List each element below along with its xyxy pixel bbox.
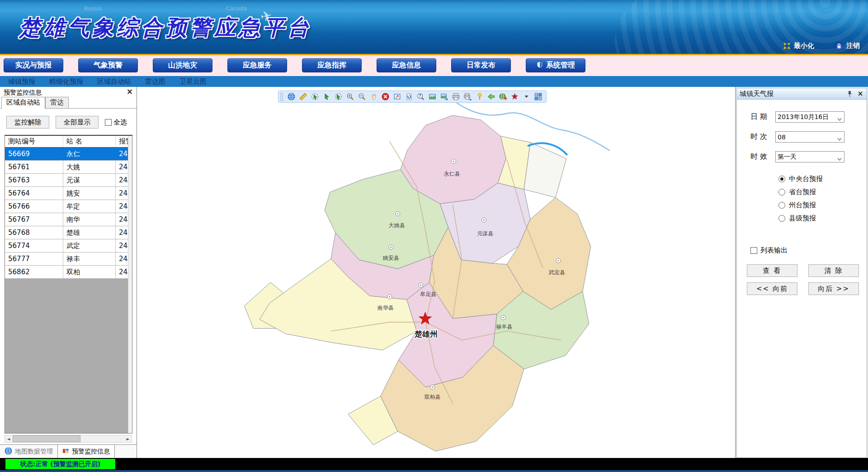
view-button[interactable]: 查 看 bbox=[747, 264, 797, 277]
radio-option-2[interactable]: 省台预报 bbox=[778, 186, 867, 199]
table-col-header: 测站编号 bbox=[5, 136, 63, 147]
close-icon[interactable]: × bbox=[857, 90, 864, 97]
extent-window-icon[interactable] bbox=[393, 93, 401, 101]
measure-ruler-icon[interactable] bbox=[299, 93, 307, 101]
nav-tab-4[interactable]: 应急服务 bbox=[227, 58, 287, 72]
subnav-item-2[interactable]: 精细化预报 bbox=[49, 77, 83, 86]
forecast-field-2: 时 次08 bbox=[750, 131, 867, 143]
lasso-select-icon[interactable] bbox=[335, 93, 343, 101]
town-marker-dot bbox=[397, 213, 398, 215]
nav-tab-3[interactable]: 山洪地灾 bbox=[153, 58, 212, 72]
nav-tab-8[interactable]: 系统管理 bbox=[526, 58, 585, 72]
scroll-left-icon[interactable]: ◄ bbox=[5, 435, 12, 442]
right-panel-title-text: 城镇天气报 bbox=[740, 90, 774, 98]
stop-icon[interactable] bbox=[382, 93, 390, 101]
worldmap-label-russia: Russia bbox=[84, 5, 102, 12]
subnav-item-4[interactable]: 雷达图 bbox=[145, 77, 165, 86]
county-label: 大姚县 bbox=[389, 222, 405, 229]
nav-tab-5[interactable]: 应急指挥 bbox=[302, 58, 362, 72]
print-icon[interactable] bbox=[452, 93, 460, 101]
county-label: 南华县 bbox=[377, 305, 394, 311]
select-arrow-icon[interactable] bbox=[323, 93, 331, 101]
scrollbar-thumb[interactable] bbox=[13, 435, 80, 442]
clear-button[interactable]: 清 除 bbox=[808, 264, 859, 277]
left-panel-tab-1[interactable]: 区域自动站 bbox=[1, 97, 45, 109]
nav-tab-label: 日常发布 bbox=[467, 61, 495, 70]
pin-icon[interactable] bbox=[846, 90, 853, 97]
checkbox-icon bbox=[105, 119, 112, 126]
dropdown-caret-icon[interactable] bbox=[523, 93, 531, 101]
nav-tab-1[interactable]: 实况与预报 bbox=[4, 58, 63, 72]
table-row[interactable]: 56763元谋24小时 bbox=[5, 174, 132, 187]
globe-icon bbox=[5, 447, 12, 456]
minimize-button[interactable]: 最小化 bbox=[783, 42, 814, 50]
station-name-cell: 永仁 bbox=[63, 148, 115, 160]
pan-hand-icon[interactable] bbox=[370, 93, 378, 101]
field-select-3[interactable]: 第一天 bbox=[775, 151, 844, 162]
table-row[interactable]: 56766牟定24小时 bbox=[5, 200, 132, 213]
field-select-2[interactable]: 08 bbox=[775, 131, 844, 143]
select-all-checkbox[interactable]: 全选 bbox=[105, 118, 127, 127]
locate-pin-icon[interactable] bbox=[476, 93, 484, 101]
overlay-add-icon[interactable] bbox=[499, 93, 507, 101]
refresh-page-icon[interactable] bbox=[405, 93, 413, 101]
field-value: 第一天 bbox=[778, 153, 797, 161]
back-arrow-icon[interactable] bbox=[487, 93, 495, 101]
zoom-out-icon[interactable] bbox=[358, 93, 366, 101]
minimize-label: 最小化 bbox=[794, 42, 814, 50]
globe-icon[interactable] bbox=[288, 93, 296, 101]
next-button[interactable]: 向后 >> bbox=[808, 282, 859, 295]
image-view-icon[interactable] bbox=[429, 93, 437, 101]
show-all-button[interactable]: 全部显示 bbox=[56, 116, 99, 129]
image-export-icon[interactable] bbox=[440, 93, 448, 101]
select-polygon-icon[interactable] bbox=[311, 93, 319, 101]
table-row[interactable]: 56774武定24小时 bbox=[5, 239, 132, 253]
table-row[interactable]: 56862双柏24小时 bbox=[5, 266, 132, 279]
map-region-unlabeled[interactable] bbox=[524, 143, 566, 198]
radio-option-1[interactable]: 中央台预报 bbox=[778, 172, 867, 186]
scroll-right-icon[interactable]: ► bbox=[124, 435, 132, 442]
toolbar-grip[interactable] bbox=[280, 93, 283, 101]
subnav-item-5[interactable]: 卫星云图 bbox=[179, 77, 207, 86]
city-label: 楚雄州 bbox=[414, 329, 438, 339]
left-panel-tab-2[interactable]: 雷达 bbox=[45, 97, 69, 108]
subnav-item-3[interactable]: 区域自动站 bbox=[97, 77, 131, 86]
list-output-label: 列表输出 bbox=[760, 246, 788, 255]
prev-button[interactable]: << 向前 bbox=[747, 282, 797, 295]
town-marker-dot bbox=[432, 386, 433, 388]
table-row[interactable]: 56669永仁24小时 bbox=[5, 148, 132, 161]
field-select-1[interactable]: 2013年10月16日 bbox=[775, 111, 844, 123]
minimize-arrows-icon bbox=[783, 42, 791, 50]
table-vertical-scrollbar[interactable] bbox=[128, 136, 132, 433]
grid-layers-icon[interactable] bbox=[534, 93, 542, 101]
identify-icon[interactable]: ? bbox=[417, 93, 425, 101]
nav-tab-7[interactable]: 日常发布 bbox=[451, 58, 511, 72]
status-badge: 状态:正常 (预警监测已开启) bbox=[5, 459, 115, 469]
bottom-tab-1[interactable]: 地图数据管理 bbox=[0, 445, 57, 458]
left-panel-bottom-tabs: 地图数据管理预警监控信息 bbox=[0, 444, 137, 458]
nav-tab-2[interactable]: 气象预警 bbox=[78, 58, 138, 72]
table-row[interactable]: 56761大姚24小时 bbox=[5, 161, 132, 174]
table-row[interactable]: 56768楚雄24小时 bbox=[5, 226, 132, 239]
table-row[interactable]: 56764姚安24小时 bbox=[5, 187, 132, 200]
table-row[interactable]: 56777禄丰24小时 bbox=[5, 253, 132, 266]
town-marker-dot bbox=[420, 285, 421, 286]
release-monitor-button[interactable]: 监控解除 bbox=[6, 116, 49, 129]
subnav-item-1[interactable]: 城镇预报 bbox=[8, 77, 35, 86]
logout-button[interactable]: 注销 bbox=[835, 42, 860, 50]
station-name-cell: 楚雄 bbox=[63, 226, 115, 239]
nav-tab-label: 实况与预报 bbox=[15, 61, 52, 70]
radio-option-4[interactable]: 县级预报 bbox=[778, 212, 867, 225]
flash-star-icon[interactable] bbox=[511, 93, 519, 101]
close-icon[interactable]: × bbox=[127, 88, 133, 95]
table-col-header: 站 名 bbox=[63, 136, 115, 147]
prefecture-map[interactable]: 永仁县大姚县元谋县武定县姚安县牟定县南华县禄丰县双柏县楚雄州 bbox=[137, 87, 735, 458]
print-preview-icon[interactable] bbox=[464, 93, 472, 101]
table-row[interactable]: 56767南华24小时 bbox=[5, 213, 132, 226]
table-horizontal-scrollbar[interactable]: ◄ ► bbox=[5, 435, 132, 443]
bottom-tab-2[interactable]: 预警监控信息 bbox=[57, 445, 115, 458]
zoom-in-icon[interactable] bbox=[346, 93, 354, 101]
radio-option-3[interactable]: 州台预报 bbox=[778, 199, 867, 212]
nav-tab-6[interactable]: 应急信息 bbox=[377, 58, 436, 72]
list-output-checkbox[interactable]: 列表输出 bbox=[750, 246, 788, 255]
